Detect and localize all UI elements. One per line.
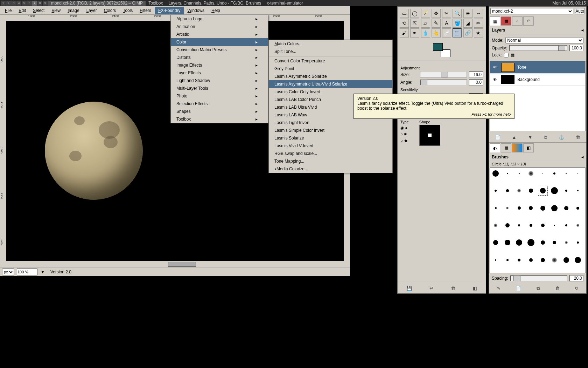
brush-cell[interactable] bbox=[550, 238, 559, 247]
scrollbar-horizontal[interactable] bbox=[0, 261, 350, 267]
workspace-4[interactable]: 4 bbox=[16, 1, 21, 6]
taskbar-item[interactable]: mond.xcf-2.0 (RGB, 2 layers) 3872x2592 –… bbox=[48, 1, 146, 6]
tab-fgbg[interactable]: ◧ bbox=[523, 143, 534, 152]
fx-item[interactable]: Distorts▸ bbox=[171, 54, 268, 61]
color-item[interactable]: Grey Point bbox=[269, 65, 392, 73]
menu-image[interactable]: Image bbox=[64, 7, 83, 14]
type-radio-1[interactable]: ◉ ● bbox=[400, 125, 409, 130]
lock-pixels-checkbox[interactable] bbox=[504, 53, 509, 57]
workspace-switcher[interactable]: 123456789 bbox=[0, 1, 48, 6]
size-slider[interactable] bbox=[420, 72, 467, 77]
color-item[interactable]: Lasm's Light Invert bbox=[269, 119, 392, 127]
menu-file[interactable]: File bbox=[1, 7, 15, 14]
taskbar-item[interactable]: x-terminal-emulator bbox=[264, 1, 306, 6]
tool-button[interactable]: 💧 bbox=[421, 28, 430, 38]
fx-item[interactable]: Image Effects▸ bbox=[171, 61, 268, 69]
tool-button[interactable]: ✎ bbox=[432, 19, 441, 28]
brush-cell[interactable] bbox=[538, 186, 548, 196]
brush-cell[interactable] bbox=[538, 238, 548, 247]
layer-row[interactable]: 👁Background bbox=[490, 74, 585, 86]
brush-cell[interactable] bbox=[491, 238, 500, 247]
color-item[interactable]: Lasm's Simple Color Invert bbox=[269, 127, 392, 134]
workspace-8[interactable]: 8 bbox=[37, 1, 42, 6]
workspace-6[interactable]: 6 bbox=[27, 1, 32, 6]
brush-cell[interactable] bbox=[491, 169, 500, 178]
fx-item[interactable]: Light and Shadow▸ bbox=[171, 77, 268, 84]
brush-cell[interactable] bbox=[550, 220, 559, 230]
lower-layer-icon[interactable]: ▼ bbox=[528, 135, 532, 140]
unit-select[interactable]: px bbox=[2, 268, 14, 275]
type-radio-2[interactable]: ○ ■ bbox=[400, 132, 409, 137]
layer-row[interactable]: 👁Tone bbox=[490, 61, 585, 74]
fx-item[interactable]: Toolbox▸ bbox=[171, 115, 268, 123]
tab-channels[interactable]: ▦ bbox=[501, 16, 511, 26]
brush-cell[interactable] bbox=[514, 238, 524, 247]
color-item[interactable]: xMedia Colorize... bbox=[269, 165, 392, 173]
brush-cell[interactable] bbox=[503, 220, 512, 230]
delete-brush-icon[interactable]: 🗑 bbox=[555, 286, 560, 291]
brush-cell[interactable] bbox=[491, 186, 500, 196]
fx-item[interactable]: Photo▸ bbox=[171, 92, 268, 100]
brush-cell[interactable] bbox=[538, 220, 548, 230]
brush-cell[interactable] bbox=[573, 169, 583, 178]
fx-item[interactable]: Convolution Matrix Presets▸ bbox=[171, 46, 268, 54]
duplicate-layer-icon[interactable]: ⧉ bbox=[544, 135, 547, 140]
panel-menu-icon[interactable]: ◂ bbox=[581, 28, 583, 33]
brush-cell[interactable] bbox=[573, 238, 583, 247]
size-value[interactable]: 16.0 bbox=[469, 71, 483, 78]
workspace-7[interactable]: 7 bbox=[32, 1, 37, 6]
opacity-slider[interactable] bbox=[509, 45, 567, 51]
tool-button[interactable]: ✒ bbox=[410, 28, 419, 38]
new-brush-icon[interactable]: 📄 bbox=[516, 286, 521, 291]
new-layer-icon[interactable]: 📄 bbox=[495, 135, 500, 140]
brush-cell[interactable] bbox=[526, 220, 536, 230]
menu-tools[interactable]: Tools bbox=[119, 7, 136, 14]
spacing-slider[interactable] bbox=[510, 275, 567, 281]
fg-bg-colors[interactable] bbox=[398, 40, 486, 61]
tool-button[interactable]: ▱ bbox=[421, 19, 430, 28]
zoom-input[interactable] bbox=[17, 268, 38, 275]
brush-cell[interactable] bbox=[550, 255, 559, 265]
tool-button[interactable]: ↔ bbox=[474, 9, 483, 18]
tool-button[interactable]: ✂ bbox=[442, 9, 451, 18]
tool-button[interactable]: 🪄 bbox=[421, 9, 430, 18]
tool-button[interactable]: 🖌 bbox=[400, 28, 409, 38]
fg-color-swatch[interactable] bbox=[433, 43, 443, 51]
revert-icon[interactable]: ↩ bbox=[429, 286, 433, 291]
fx-item[interactable]: Multi-Layer Tools▸ bbox=[171, 84, 268, 92]
brush-cell[interactable] bbox=[491, 220, 500, 230]
workspace-3[interactable]: 3 bbox=[11, 1, 16, 6]
tab-patterns[interactable]: ▦ bbox=[501, 143, 511, 152]
raise-layer-icon[interactable]: ▲ bbox=[512, 135, 517, 140]
tab-undo[interactable]: ↶ bbox=[523, 16, 534, 26]
brush-cell[interactable] bbox=[514, 186, 524, 196]
brush-cell[interactable] bbox=[503, 186, 512, 196]
fx-item[interactable]: Color▸ bbox=[171, 38, 268, 46]
delete-icon[interactable]: 🗑 bbox=[451, 286, 455, 291]
fx-item[interactable]: Artistic▸ bbox=[171, 30, 268, 38]
brush-cell[interactable] bbox=[561, 238, 571, 247]
brush-cell[interactable] bbox=[503, 203, 512, 213]
tab-paths[interactable]: ⟋ bbox=[512, 16, 523, 26]
tool-button[interactable]: ⬚ bbox=[453, 28, 462, 38]
color-item[interactable]: Lasm's Solarize bbox=[269, 134, 392, 142]
tool-button[interactable]: ✏ bbox=[474, 19, 483, 28]
angle-slider[interactable] bbox=[420, 80, 467, 85]
brush-grid[interactable] bbox=[490, 168, 586, 273]
fx-item[interactable]: Alpha to Logo▸ bbox=[171, 15, 268, 23]
brush-cell[interactable] bbox=[514, 220, 524, 230]
opacity-value[interactable]: 100.0 bbox=[569, 45, 583, 51]
brush-cell[interactable] bbox=[573, 203, 583, 213]
color-item[interactable]: Lasm's Asymmetric Solarize bbox=[269, 73, 392, 80]
brush-cell[interactable] bbox=[526, 203, 536, 213]
save-icon[interactable]: 💾 bbox=[406, 286, 412, 291]
brush-cell[interactable] bbox=[561, 186, 571, 196]
tool-button[interactable]: 🔍 bbox=[453, 9, 462, 18]
tool-button[interactable]: ◯ bbox=[410, 9, 419, 18]
brush-cell[interactable] bbox=[573, 220, 583, 230]
tool-button[interactable]: 🪣 bbox=[453, 19, 462, 28]
menu-view[interactable]: View bbox=[48, 7, 64, 14]
fx-item[interactable]: Selection Effects▸ bbox=[171, 100, 268, 108]
tool-button[interactable]: 🩹 bbox=[442, 28, 451, 38]
workspace-1[interactable]: 1 bbox=[1, 1, 6, 6]
